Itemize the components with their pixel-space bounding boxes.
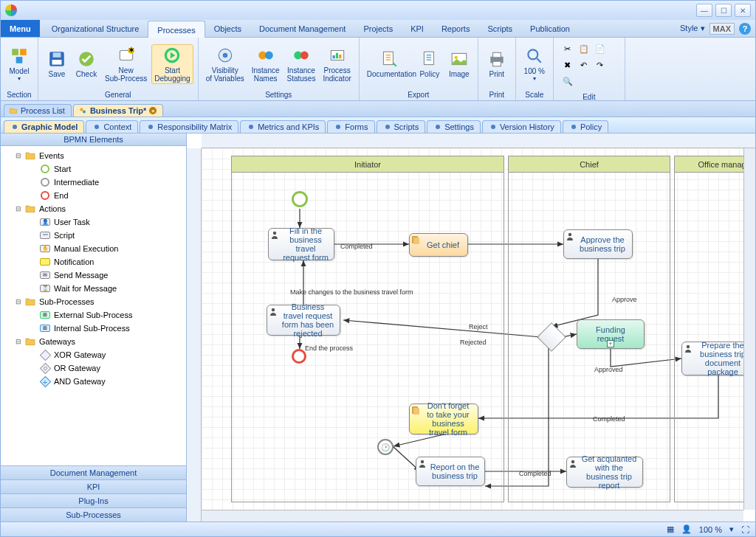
accordion-plug-ins[interactable]: Plug-Ins — [1, 493, 186, 507]
ribbon-print-button[interactable]: Print — [483, 48, 511, 80]
collapse-icon[interactable]: ⊟ — [16, 338, 24, 345]
style-dropdown[interactable]: Style ▾ — [680, 24, 705, 33]
menu-scripts[interactable]: Scripts — [478, 20, 521, 37]
palette-manual-execution[interactable]: ✋Manual Execution — [2, 242, 185, 255]
palette-start[interactable]: Start — [2, 162, 185, 176]
palette-or-gateway[interactable]: OR Gateway — [2, 361, 185, 375]
ribbon-instance-button[interactable]: InstanceStatuses — [284, 44, 319, 84]
svg-rect-42 — [413, 238, 419, 244]
palette-end[interactable]: End — [2, 189, 185, 202]
tree-group-actions[interactable]: ⊟Actions — [2, 202, 185, 215]
close-button[interactable]: ✕ — [735, 4, 751, 17]
node-approve[interactable]: Approve the business trip — [563, 229, 633, 259]
edit-tool-0[interactable]: ✂ — [561, 42, 574, 55]
node-rejected[interactable]: Business travel request form has been re… — [267, 305, 340, 336]
node-timer[interactable]: 🕑 — [377, 439, 394, 455]
ribbon-100-button[interactable]: 100 %▾ — [520, 45, 549, 83]
help-button[interactable]: ? — [739, 23, 751, 35]
node-funding[interactable]: Funding request+ — [577, 319, 645, 349]
ribbon-save-button[interactable]: Save — [43, 48, 71, 80]
accordion-kpi[interactable]: KPI — [1, 479, 186, 493]
ribbon-instance-button[interactable]: InstanceNames — [249, 44, 283, 84]
menu-button[interactable]: Menu — [1, 20, 40, 37]
node-dontforget[interactable]: Don't forget to take your business trave… — [409, 403, 478, 434]
close-tab-icon[interactable]: × — [149, 107, 157, 114]
node-acq[interactable]: Get acquianted with the business trip re… — [566, 457, 643, 488]
doctab-process-list[interactable]: Process List — [4, 104, 72, 117]
collapse-icon[interactable]: ⊟ — [16, 205, 24, 212]
ribbon-model-button[interactable]: Model▾ — [5, 45, 33, 83]
palette-tree[interactable]: ⊟EventsStartIntermediateEnd⊟Actions👤User… — [1, 146, 186, 465]
menu-kpi[interactable]: KPI — [402, 20, 433, 37]
palette-script[interactable]: 〰Script — [2, 229, 185, 242]
subtab-settings[interactable]: Settings — [427, 120, 481, 133]
palette-header: BPMN Elements — [1, 134, 186, 146]
subtab-policy[interactable]: Policy — [563, 120, 608, 133]
tree-group-sub-processes[interactable]: ⊟Sub-Processes — [2, 295, 185, 308]
ribbon-policy-button[interactable]: Policy — [416, 48, 444, 80]
tree-group-gateways[interactable]: ⊟Gateways — [2, 335, 185, 348]
zoom-dropdown-icon[interactable]: ▾ — [729, 524, 734, 534]
palette-intermediate[interactable]: Intermediate — [2, 176, 185, 189]
ribbon-start-button[interactable]: StartDebugging — [151, 44, 193, 84]
palette-wait-for-message[interactable]: ⏳Wait for Message — [2, 282, 185, 295]
palette-send-message[interactable]: ✉Send Message — [2, 268, 185, 282]
subtab-version-history[interactable]: Version History — [482, 120, 561, 133]
accordion-sub-processes[interactable]: Sub-Processes — [1, 507, 186, 522]
menu-organizational-structure[interactable]: Organizational Structure — [43, 20, 148, 37]
edit-tool-5[interactable]: ↷ — [594, 58, 607, 72]
edit-tool-1[interactable]: 📋 — [577, 42, 591, 55]
menu-document-management[interactable]: Document Management — [250, 20, 354, 37]
subtab-context[interactable]: Context — [86, 120, 138, 133]
collapse-icon[interactable]: ⊟ — [16, 152, 24, 159]
flow-label-approved: Approved — [594, 366, 623, 373]
scrollbar-horizontal[interactable] — [202, 510, 743, 522]
lane-office[interactable]: Office manager — [674, 156, 743, 502]
subtab-forms[interactable]: Forms — [327, 120, 374, 133]
subtab-graphic-model[interactable]: Graphic Model — [4, 120, 84, 133]
maximize-button[interactable]: ☐ — [715, 4, 732, 17]
edit-tool-2[interactable]: 📄 — [594, 42, 607, 55]
subtab-responsibility-matrix[interactable]: Responsibility Matrix — [140, 120, 238, 133]
palette-user-task[interactable]: 👤User Task — [2, 215, 185, 229]
node-end[interactable] — [292, 349, 306, 364]
menu-processes[interactable]: Processes — [148, 21, 205, 38]
node-start[interactable] — [292, 191, 308, 207]
grid-toggle-icon[interactable]: ▦ — [667, 524, 674, 534]
ribbon-process-button[interactable]: ProcessIndicator — [320, 44, 354, 84]
menu-reports[interactable]: Reports — [433, 20, 479, 37]
folder-icon — [24, 296, 36, 308]
palette-external-sub-process[interactable]: ⊞External Sub-Process — [2, 308, 185, 322]
node-report[interactable]: Report on the business trip — [416, 457, 485, 486]
palette-notification[interactable]: Notification — [2, 255, 185, 268]
ribbon-check-button[interactable]: Check — [72, 48, 100, 80]
palette-xor-gateway[interactable]: XOR Gateway — [2, 348, 185, 361]
scrollbar-vertical[interactable] — [743, 148, 755, 510]
svg-point-40 — [273, 232, 276, 235]
ribbon-documentation-button[interactable]: Documentation — [364, 48, 414, 80]
ribbon-image-button[interactable]: Image — [445, 48, 473, 80]
minimize-button[interactable]: — — [696, 4, 712, 17]
edit-tool-3[interactable]: ✖ — [561, 58, 574, 72]
collapse-icon[interactable]: ⊟ — [16, 298, 24, 305]
edit-tool-6[interactable]: 🔍 — [561, 75, 574, 88]
node-fill[interactable]: Fill in the business travel request form — [268, 228, 334, 260]
diagram-canvas[interactable]: InitiatorChiefOffice managerFill in the … — [202, 148, 743, 510]
menu-publication[interactable]: Publication — [521, 20, 579, 37]
edit-tool-4[interactable]: ↶ — [577, 58, 591, 72]
palette-internal-sub-process[interactable]: ⊞Internal Sub-Process — [2, 322, 185, 335]
doctab-business-trip-[interactable]: Business Trip*× — [73, 104, 163, 117]
node-prepare[interactable]: Prepare the business trip document packa… — [681, 342, 743, 375]
subtab-metrics-and-kpis[interactable]: Metrics and KPIs — [240, 120, 326, 133]
accordion-document-management[interactable]: Document Management — [1, 465, 186, 479]
fit-button[interactable]: ⛶ — [741, 525, 749, 534]
palette-and-gateway[interactable]: +AND Gateway — [2, 375, 185, 388]
node-getchief[interactable]: Get chief — [409, 233, 468, 257]
subtab-scripts[interactable]: Scripts — [377, 120, 426, 133]
person-icon[interactable]: 👤 — [681, 524, 692, 534]
tree-group-events[interactable]: ⊟Events — [2, 149, 185, 162]
ribbon-new-button[interactable]: ✶NewSub-Process — [102, 44, 150, 84]
menu-objects[interactable]: Objects — [205, 20, 250, 37]
ribbon-visibility-button[interactable]: Visibilityof Variables — [203, 44, 247, 84]
menu-projects[interactable]: Projects — [354, 20, 402, 37]
